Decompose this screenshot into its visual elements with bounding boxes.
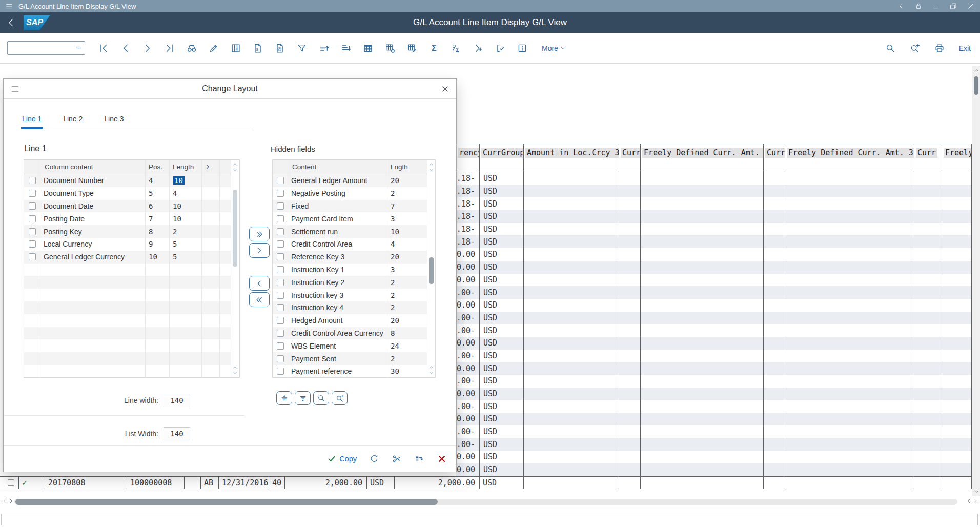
column-row[interactable]: Document Type54 <box>24 187 231 200</box>
list-row[interactable]: 0.00USD <box>456 388 972 400</box>
column-row[interactable] <box>24 365 231 378</box>
row-checkbox[interactable] <box>29 253 36 260</box>
column-row[interactable] <box>24 289 231 301</box>
select-block-button[interactable] <box>473 42 484 54</box>
tab-line-2[interactable]: Line 2 <box>62 111 84 129</box>
move-to-bottom-button[interactable] <box>295 391 311 405</box>
list-row[interactable]: 0.00-USD <box>456 286 972 299</box>
list-row[interactable]: 5.18-USD <box>456 235 972 248</box>
list-column-header[interactable]: rency <box>456 144 480 172</box>
column-row[interactable] <box>24 352 231 365</box>
row-checkbox[interactable] <box>277 342 284 350</box>
list-row[interactable]: 0.00-USD <box>456 312 972 325</box>
list-row[interactable]: 0.00-USD <box>456 400 972 413</box>
scroll-down-icon[interactable] <box>232 370 238 376</box>
column-row[interactable] <box>24 301 231 314</box>
menu-icon[interactable] <box>5 2 13 10</box>
column-row[interactable]: Posting Date710 <box>24 212 231 225</box>
list-row[interactable]: 5.18-USD <box>456 185 972 198</box>
scroll-up-icon[interactable] <box>973 67 979 73</box>
scroll-down-icon[interactable] <box>428 370 434 376</box>
copy-button[interactable]: Copy <box>327 454 357 463</box>
move-left-button[interactable] <box>249 276 270 291</box>
hidden-field-row[interactable]: WBS Element24 <box>273 339 427 352</box>
list-column-header[interactable]: Freely <box>942 144 972 172</box>
cancel-button[interactable] <box>437 454 447 464</box>
minimize-button[interactable] <box>932 2 940 10</box>
row-checkbox[interactable] <box>29 202 36 210</box>
next-page-button[interactable] <box>142 42 153 54</box>
vertical-scroll-thumb[interactable] <box>974 76 978 95</box>
hidden-field-row[interactable]: General Ledger Amount20 <box>273 174 427 187</box>
tab-line-3[interactable]: Line 3 <box>103 111 125 129</box>
hidden-field-row[interactable]: Fixed7 <box>273 200 427 213</box>
row-checkbox[interactable] <box>29 228 36 235</box>
dialog-menu-icon[interactable] <box>10 84 20 94</box>
column-row[interactable] <box>24 276 231 289</box>
refresh-button[interactable] <box>369 454 379 464</box>
hidden-field-row[interactable]: Instruction key 32 <box>273 289 427 301</box>
hidden-field-row[interactable]: Credit Control Area4 <box>273 238 427 251</box>
list-column-header[interactable]: Curr <box>619 144 641 172</box>
list-column-header[interactable]: Freely Defined Curr. Amt. 2 <box>641 144 764 172</box>
scroll-down-icon[interactable] <box>232 167 238 173</box>
column-row[interactable]: Posting Key82 <box>24 225 231 238</box>
row-checkbox[interactable] <box>277 355 284 362</box>
scroll-thumb[interactable] <box>429 257 434 284</box>
list-row[interactable]: 0.00USD <box>456 274 972 287</box>
hidden-field-row[interactable]: Reference Key 320 <box>273 251 427 264</box>
cut-button[interactable] <box>392 454 402 464</box>
scroll-up-icon[interactable] <box>232 364 238 370</box>
search-next-button[interactable] <box>909 42 921 54</box>
row-checkbox[interactable] <box>277 304 284 311</box>
dialog-close-button[interactable] <box>441 85 450 93</box>
line-item-detail-row[interactable]: ✓20170808100000008AB12/31/2016402,000.00… <box>0 476 972 489</box>
restore-button[interactable] <box>949 2 957 10</box>
column-row[interactable] <box>24 327 231 340</box>
horizontal-scrollbar[interactable] <box>0 497 980 507</box>
export-file-button[interactable]: 8 <box>252 42 263 54</box>
hidden-field-row[interactable]: Instruction Key 22 <box>273 276 427 289</box>
list-row[interactable]: 0.00USD <box>456 261 972 274</box>
column-row[interactable]: Document Number410 <box>24 174 231 187</box>
column-row[interactable]: Local Currency95 <box>24 238 231 251</box>
list-row[interactable]: 0.00-USD <box>456 324 972 337</box>
more-button[interactable]: More <box>539 44 570 53</box>
column-row[interactable]: Document Date610 <box>24 200 231 213</box>
find-next-button[interactable] <box>332 391 348 405</box>
list-row[interactable]: 0.00USD <box>456 248 972 261</box>
column-row[interactable] <box>24 264 231 276</box>
send-file-button[interactable]: @ <box>274 42 285 54</box>
scroll-left-arrows[interactable] <box>1 498 14 504</box>
tab-line-1[interactable]: Line 1 <box>21 111 43 129</box>
move-layout-button[interactable] <box>414 454 424 464</box>
column-row[interactable]: General Ledger Currency105 <box>24 251 231 264</box>
filter-button[interactable] <box>296 42 308 54</box>
select-confirm-button[interactable] <box>495 42 506 54</box>
table-edit-button[interactable] <box>406 42 418 54</box>
edit-button[interactable] <box>208 42 219 54</box>
scroll-up-icon[interactable] <box>428 161 434 167</box>
column-row[interactable] <box>24 314 231 327</box>
scroll-down-icon[interactable] <box>428 167 434 173</box>
unlock-button[interactable] <box>914 2 923 10</box>
row-checkbox[interactable] <box>29 240 36 248</box>
list-row[interactable]: 5.18-USD <box>456 223 972 236</box>
list-row[interactable]: 0.00USD <box>456 337 972 350</box>
list-row[interactable]: 0.00-USD <box>456 350 972 362</box>
list-column-header[interactable]: Freely Defined Curr. Amt. 3 <box>785 144 914 172</box>
vertical-scrollbar[interactable] <box>972 66 980 496</box>
row-checkbox[interactable] <box>277 253 284 260</box>
row-checkbox[interactable] <box>8 479 14 486</box>
row-checkbox[interactable] <box>277 228 284 235</box>
sort-ascending-button[interactable] <box>318 42 330 54</box>
row-checkbox[interactable] <box>277 215 284 222</box>
last-page-button[interactable] <box>164 42 175 54</box>
move-all-right-button[interactable] <box>249 227 270 241</box>
hidden-field-row[interactable]: Settlement run10 <box>273 225 427 238</box>
find-button[interactable] <box>186 42 197 54</box>
list-row[interactable]: 0.00-USD <box>456 425 972 438</box>
list-row[interactable]: 0.00USD <box>456 299 972 312</box>
sum-button[interactable]: Σ <box>428 42 440 54</box>
row-checkbox[interactable] <box>277 330 284 337</box>
